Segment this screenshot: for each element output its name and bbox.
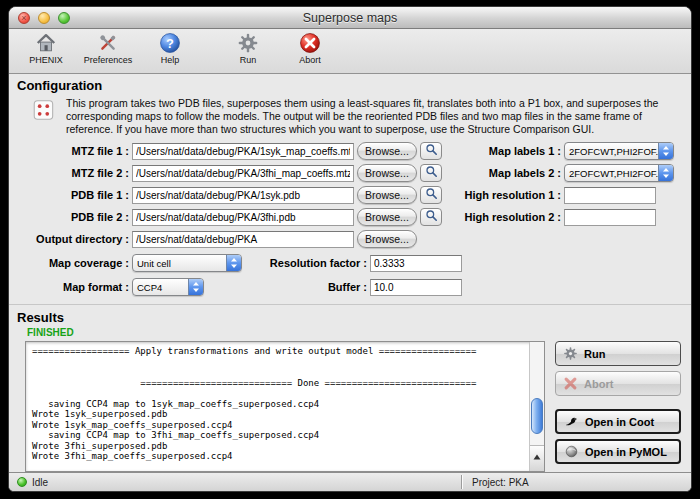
- toolbar-abort-label: Abort: [299, 55, 321, 65]
- action-button-panel: Run Abort Open in Coot: [555, 341, 681, 472]
- svg-text:?: ?: [166, 36, 174, 51]
- magnifier-icon: [425, 165, 438, 181]
- toolbar-preferences-label: Preferences: [84, 55, 133, 65]
- console-panel: ================== Apply transformations…: [25, 341, 545, 472]
- toolbar-preferences-button[interactable]: Preferences: [79, 32, 137, 65]
- toolbar-help-button[interactable]: ? Help: [141, 32, 199, 65]
- program-description-block: This program takes two PDB files, superp…: [31, 97, 675, 136]
- view-mtz-2-button[interactable]: [420, 164, 442, 182]
- pdb-file-1-input[interactable]: [132, 187, 354, 204]
- section-heading-results: Results: [17, 310, 691, 325]
- output-directory-label: Output directory :: [19, 233, 129, 245]
- toolbar-run-label: Run: [240, 55, 257, 65]
- map-format-select[interactable]: CCP4: [132, 278, 204, 296]
- view-mtz-1-button[interactable]: [420, 142, 442, 160]
- map-format-label: Map format :: [19, 281, 129, 293]
- program-description: This program takes two PDB files, superp…: [66, 97, 675, 136]
- console-output[interactable]: ================== Apply transformations…: [26, 342, 544, 471]
- statusbar-divider: [461, 475, 462, 489]
- toolbar-abort-button[interactable]: Abort: [281, 32, 339, 65]
- pdb-file-2-input[interactable]: [132, 209, 354, 226]
- toolbar: PHENIX Preferences ? Help Run Abort: [9, 29, 691, 74]
- gear-icon: [563, 346, 578, 361]
- status-finished: FINISHED: [27, 327, 691, 338]
- browse-button-pdb-1[interactable]: Browse...: [357, 186, 417, 204]
- view-pdb-1-button[interactable]: [420, 186, 442, 204]
- run-button-label: Run: [584, 348, 605, 360]
- magnifier-icon: [425, 187, 438, 203]
- status-text: Idle: [32, 477, 48, 488]
- mtz-file-1-label: MTZ file 1 :: [19, 145, 129, 157]
- abort-button[interactable]: Abort: [555, 371, 681, 396]
- tools-icon: [97, 32, 119, 54]
- map-coverage-select[interactable]: Unit cell: [132, 254, 242, 272]
- scroll-up-arrow[interactable]: [533, 446, 541, 464]
- view-pdb-2-button[interactable]: [420, 208, 442, 226]
- abort-button-label: Abort: [584, 378, 613, 390]
- zoom-button[interactable]: +: [58, 12, 70, 24]
- browse-button-mtz-1[interactable]: Browse...: [357, 142, 417, 160]
- combo-arrows-icon: [226, 255, 241, 271]
- magnifier-icon: [425, 209, 438, 225]
- pdb-file-1-row: PDB file 1 : Browse... High resolution 1…: [19, 186, 691, 204]
- high-resolution-2-input[interactable]: [564, 209, 656, 226]
- pdb-file-2-label: PDB file 2 :: [19, 211, 129, 223]
- map-labels-1-value: 2FOFCWT,PHI2FOF...: [565, 146, 658, 157]
- open-in-pymol-label: Open in PyMOL: [585, 446, 667, 458]
- results-section: Results FINISHED ================== Appl…: [9, 304, 691, 472]
- map-coverage-value: Unit cell: [133, 258, 226, 269]
- mtz-file-2-row: MTZ file 2 : Browse... Map labels 2 : 2F…: [19, 164, 691, 182]
- pdb-file-1-label: PDB file 1 :: [19, 189, 129, 201]
- pymol-icon: [564, 444, 579, 459]
- scroll-thumb[interactable]: [531, 398, 543, 434]
- run-gear-icon: [237, 32, 259, 54]
- mtz-file-2-label: MTZ file 2 :: [19, 167, 129, 179]
- scroll-arrows: [530, 445, 544, 471]
- mtz-file-2-input[interactable]: [132, 165, 354, 182]
- browse-button-pdb-2[interactable]: Browse...: [357, 208, 417, 226]
- output-directory-row: Output directory : Browse...: [19, 230, 691, 248]
- resolution-factor-input[interactable]: [370, 255, 462, 272]
- help-icon: ?: [159, 32, 181, 54]
- title-bar[interactable]: × − + Superpose maps: [9, 7, 691, 29]
- mtz-file-1-row: MTZ file 1 : Browse... Map labels 1 : 2F…: [19, 142, 691, 160]
- combo-arrows-icon: [188, 279, 203, 295]
- abort-icon: [299, 32, 321, 54]
- toolbar-phenix-label: PHENIX: [29, 55, 63, 65]
- toolbar-phenix-button[interactable]: PHENIX: [17, 32, 75, 65]
- run-button[interactable]: Run: [555, 341, 681, 366]
- open-in-coot-button[interactable]: Open in Coot: [555, 409, 681, 434]
- app-window: × − + Superpose maps PHENIX Preferences …: [8, 6, 692, 492]
- buffer-input[interactable]: [370, 279, 462, 296]
- scrollbar[interactable]: [529, 342, 544, 471]
- map-coverage-row: Map coverage : Unit cell Resolution fact…: [19, 254, 691, 272]
- high-resolution-1-label: High resolution 1 :: [445, 189, 561, 201]
- close-button[interactable]: ×: [18, 12, 30, 24]
- window-controls: × − +: [18, 12, 70, 24]
- open-in-coot-label: Open in Coot: [585, 416, 654, 428]
- coot-bird-icon: [564, 414, 579, 429]
- mtz-file-1-input[interactable]: [132, 143, 354, 160]
- status-bar: Idle Project: PKA: [9, 472, 691, 491]
- map-coverage-label: Map coverage :: [19, 257, 129, 269]
- map-labels-2-select[interactable]: 2FOFCWT,PHI2FOF...: [564, 164, 674, 182]
- window-title: Superpose maps: [303, 11, 398, 25]
- browse-button-output[interactable]: Browse...: [357, 230, 417, 248]
- map-labels-2-value: 2FOFCWT,PHI2FOF...: [565, 168, 658, 179]
- high-resolution-1-input[interactable]: [564, 187, 656, 204]
- minimize-button[interactable]: −: [38, 12, 50, 24]
- program-icon: [31, 97, 57, 127]
- open-in-pymol-button[interactable]: Open in PyMOL: [555, 439, 681, 464]
- toolbar-run-button[interactable]: Run: [219, 32, 277, 65]
- map-labels-2-label: Map labels 2 :: [445, 167, 561, 179]
- output-directory-input[interactable]: [132, 231, 354, 248]
- browse-button-mtz-2[interactable]: Browse...: [357, 164, 417, 182]
- combo-arrows-icon: [658, 165, 673, 181]
- section-heading-configuration: Configuration: [17, 78, 691, 93]
- map-format-row: Map format : CCP4 Buffer :: [19, 278, 691, 296]
- high-resolution-2-label: High resolution 2 :: [445, 211, 561, 223]
- magnifier-icon: [425, 143, 438, 159]
- map-labels-1-select[interactable]: 2FOFCWT,PHI2FOF...: [564, 142, 674, 160]
- combo-arrows-icon: [658, 143, 673, 159]
- resolution-factor-label: Resolution factor :: [247, 257, 367, 269]
